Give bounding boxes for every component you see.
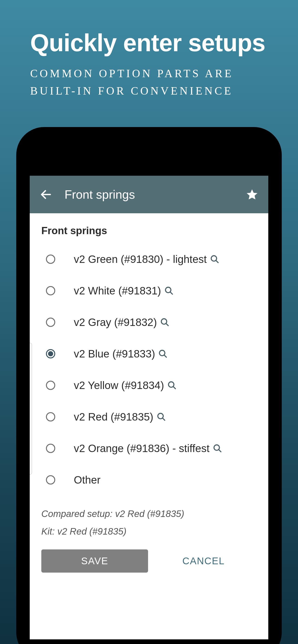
svg-line-14 [219, 450, 221, 452]
radio-button[interactable] [46, 318, 55, 327]
radio-button[interactable] [46, 475, 55, 484]
radio-button[interactable] [46, 349, 55, 358]
radio-button[interactable] [46, 444, 55, 453]
option-text: v2 Red (#91835) [74, 410, 153, 423]
star-icon [245, 188, 258, 201]
option-row[interactable]: v2 Red (#91835) [39, 401, 259, 432]
option-label: v2 White (#91831) [55, 284, 174, 297]
option-text: v2 Yellow (#91834) [74, 379, 164, 392]
button-row: SAVE CANCEL [39, 540, 259, 572]
option-text: v2 Gray (#91832) [74, 316, 157, 328]
save-button[interactable]: SAVE [41, 550, 148, 572]
option-text: Other [74, 474, 101, 486]
search-icon[interactable] [210, 254, 219, 264]
option-label: v2 Red (#91835) [55, 410, 166, 423]
radio-inner [48, 351, 53, 356]
promo-title: Quickly enter setups [0, 0, 298, 56]
option-row[interactable]: v2 Blue (#91833) [39, 338, 259, 370]
option-label: v2 Gray (#91832) [55, 316, 169, 328]
section-label: Front springs [39, 225, 259, 236]
option-text: v2 Orange (#91836) - stiffest [74, 442, 210, 454]
option-label: v2 Orange (#91836) - stiffest [55, 442, 222, 454]
option-row[interactable]: v2 White (#91831) [39, 275, 259, 306]
svg-line-8 [164, 355, 166, 357]
svg-line-4 [170, 292, 172, 294]
compare-area: Compared setup: v2 Red (#91835) Kit: v2 … [39, 496, 259, 540]
svg-line-6 [166, 324, 168, 326]
arrow-left-icon [40, 188, 53, 201]
svg-line-10 [173, 386, 175, 389]
option-label: v2 Green (#91830) - lightest [55, 253, 219, 266]
option-row[interactable]: v2 Yellow (#91834) [39, 370, 259, 401]
radio-button[interactable] [46, 286, 55, 295]
options-list: v2 Green (#91830) - lightestv2 White (#9… [39, 244, 259, 496]
back-button[interactable] [37, 188, 55, 201]
search-icon[interactable] [158, 349, 168, 358]
radio-button[interactable] [46, 412, 55, 422]
favorite-button[interactable] [243, 188, 261, 201]
kit-line: Kit: v2 Red (#91835) [41, 522, 257, 540]
content-area: Front springs v2 Green (#91830) - lighte… [30, 213, 268, 572]
search-icon[interactable] [213, 444, 222, 453]
search-icon[interactable] [160, 318, 169, 327]
radio-button[interactable] [46, 381, 55, 390]
option-label: v2 Yellow (#91834) [55, 379, 177, 392]
radio-button[interactable] [46, 254, 55, 264]
app-bar-title: Front springs [55, 188, 243, 202]
svg-line-12 [162, 418, 165, 420]
option-text: v2 Blue (#91833) [74, 348, 155, 360]
cancel-button[interactable]: CANCEL [148, 550, 259, 572]
phone-frame: Front springs Front springs v2 Green (#9… [16, 127, 282, 644]
search-icon[interactable] [157, 412, 166, 422]
option-row[interactable]: v2 Green (#91830) - lightest [39, 244, 259, 275]
search-icon[interactable] [167, 381, 177, 390]
side-tab-handle[interactable] [30, 343, 32, 475]
app-bar: Front springs [30, 176, 268, 213]
option-label: v2 Blue (#91833) [55, 348, 168, 360]
option-label: Other [55, 474, 101, 486]
option-row[interactable]: Other [39, 464, 259, 496]
option-text: v2 White (#91831) [74, 284, 161, 297]
svg-line-2 [216, 260, 218, 263]
compared-setup-line: Compared setup: v2 Red (#91835) [41, 505, 257, 522]
option-row[interactable]: v2 Gray (#91832) [39, 306, 259, 338]
promo-subtitle: COMMON OPTION PARTS ARE BUILT-IN FOR CON… [0, 56, 298, 100]
option-row[interactable]: v2 Orange (#91836) - stiffest [39, 432, 259, 464]
search-icon[interactable] [164, 286, 174, 295]
option-text: v2 Green (#91830) - lightest [74, 253, 207, 266]
phone-screen: Front springs Front springs v2 Green (#9… [30, 176, 268, 639]
